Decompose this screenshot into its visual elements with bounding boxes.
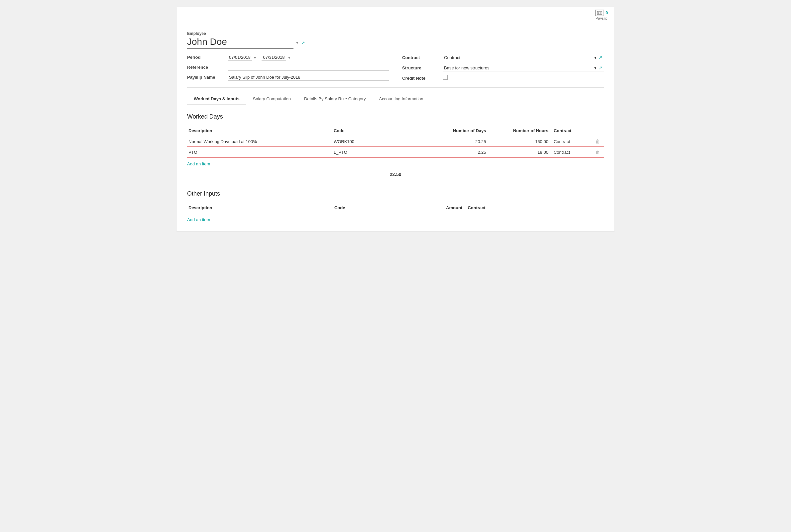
contract-dropdown[interactable]: Contract ▾ ↗	[443, 54, 604, 61]
structure-dropdown[interactable]: Base for new structures ▾ ↗	[443, 64, 604, 71]
worked-days-thead: Description Code Number of Days Number o…	[187, 126, 604, 136]
employee-label: Employee	[187, 31, 604, 36]
structure-ext-link[interactable]: ↗	[599, 65, 603, 71]
contract-label: Contract	[402, 55, 439, 60]
table-row: Normal Working Days paid at 100% WORK100…	[187, 136, 604, 147]
row1-code: WORK100	[332, 136, 416, 147]
tab-accounting-info[interactable]: Accounting Information	[372, 93, 430, 105]
worked-days-tbody: Normal Working Days paid at 100% WORK100…	[187, 136, 604, 158]
period-value: 07/01/2018 ▾ - 07/31/2018 ▾	[228, 54, 389, 61]
structure-label: Structure	[402, 65, 439, 71]
employee-name: John Doe	[187, 37, 293, 49]
period-from[interactable]: 07/01/2018	[228, 54, 252, 61]
right-form-col: Contract Contract ▾ ↗ Structure	[402, 54, 604, 81]
form-divider	[187, 87, 604, 88]
payslip-widget[interactable]: 0 Payslip	[595, 10, 608, 20]
tabs: Worked Days & Inputs Salary Computation …	[187, 93, 604, 105]
row1-delete[interactable]: 🗑	[594, 136, 604, 147]
credit-note-label: Credit Note	[402, 76, 439, 81]
credit-note-checkbox[interactable]	[443, 75, 448, 80]
form-grid: Period 07/01/2018 ▾ - 07/31/2018 ▾ Refer…	[187, 54, 604, 81]
th-oi-contract: Contract	[466, 203, 604, 213]
reference-label: Reference	[187, 65, 224, 70]
worked-days-section: Worked Days Description Code Number of D…	[187, 113, 604, 181]
table-row[interactable]: PTO L_PTO 2.25 18.00 Contract 🗑	[187, 147, 604, 157]
contract-row: Contract Contract ▾ ↗	[402, 54, 604, 61]
th-code: Code	[332, 126, 416, 136]
th-description: Description	[187, 126, 332, 136]
structure-row: Structure Base for new structures ▾ ↗	[402, 64, 604, 71]
credit-note-row: Credit Note	[402, 75, 604, 81]
period-row: Period 07/01/2018 ▾ - 07/31/2018 ▾	[187, 54, 389, 61]
employee-section: Employee John Doe ▾ ↗	[187, 31, 604, 49]
svg-point-1	[598, 12, 599, 14]
worked-days-table: Description Code Number of Days Number o…	[187, 126, 604, 157]
row2-hours: 18.00	[490, 147, 552, 157]
th-delete	[594, 126, 604, 136]
payslip-icon	[595, 10, 604, 16]
worked-days-heading: Worked Days	[187, 113, 604, 120]
payslip-count: 0	[606, 11, 608, 15]
left-form-col: Period 07/01/2018 ▾ - 07/31/2018 ▾ Refer…	[187, 54, 389, 81]
row1-hours: 160.00	[490, 136, 552, 147]
other-inputs-table: Description Code Amount Contract	[187, 203, 604, 213]
worked-days-header-row: Description Code Number of Days Number o…	[187, 126, 604, 136]
employee-ext-link[interactable]: ↗	[301, 40, 305, 45]
th-number-of-hours: Number of Hours	[490, 126, 552, 136]
payslip-name-input[interactable]	[228, 74, 389, 81]
worked-days-add-item[interactable]: Add an item	[187, 160, 210, 168]
row1-contract: Contract	[552, 136, 594, 147]
other-inputs-section: Other Inputs Description Code Amount Con…	[187, 190, 604, 224]
payslip-name-row: Payslip Name	[187, 74, 389, 81]
other-inputs-heading: Other Inputs	[187, 190, 604, 197]
other-inputs-header-row: Description Code Amount Contract	[187, 203, 604, 213]
reference-input[interactable]	[228, 64, 389, 71]
main-content: Employee John Doe ▾ ↗ Period 07/01/2018 …	[177, 23, 614, 231]
top-bar: 0 Payslip	[177, 7, 614, 23]
tab-salary-computation[interactable]: Salary Computation	[246, 93, 297, 105]
row1-description: Normal Working Days paid at 100%	[187, 136, 332, 147]
row2-days: 2.25	[416, 147, 490, 157]
employee-dropdown-arrow[interactable]: ▾	[296, 40, 298, 45]
employee-row: John Doe ▾ ↗	[187, 37, 604, 49]
th-contract: Contract	[552, 126, 594, 136]
period-label: Period	[187, 55, 224, 60]
tab-worked-days-inputs[interactable]: Worked Days & Inputs	[187, 93, 246, 105]
row2-delete[interactable]: 🗑	[594, 147, 604, 157]
delete-icon: 🗑	[595, 149, 600, 155]
period-to-arrow[interactable]: ▾	[288, 55, 291, 60]
row2-code: L_PTO	[332, 147, 416, 157]
period-from-arrow[interactable]: ▾	[254, 55, 256, 60]
period-to[interactable]: 07/31/2018	[261, 54, 286, 61]
worked-days-total: 22.50	[187, 168, 604, 181]
delete-icon: 🗑	[595, 139, 600, 144]
other-inputs-thead: Description Code Amount Contract	[187, 203, 604, 213]
tab-details-by-category[interactable]: Details By Salary Rule Category	[297, 93, 372, 105]
row2-contract: Contract	[552, 147, 594, 157]
th-oi-code: Code	[333, 203, 417, 213]
payslip-name-label: Payslip Name	[187, 75, 224, 80]
payslip-label: Payslip	[595, 16, 607, 20]
reference-row: Reference	[187, 64, 389, 71]
other-inputs-add-item[interactable]: Add an item	[187, 216, 210, 224]
th-oi-amount: Amount	[417, 203, 466, 213]
row2-description[interactable]: PTO	[187, 147, 332, 157]
th-number-of-days: Number of Days	[416, 126, 490, 136]
contract-ext-link[interactable]: ↗	[599, 55, 603, 60]
row1-days: 20.25	[416, 136, 490, 147]
th-oi-description: Description	[187, 203, 333, 213]
